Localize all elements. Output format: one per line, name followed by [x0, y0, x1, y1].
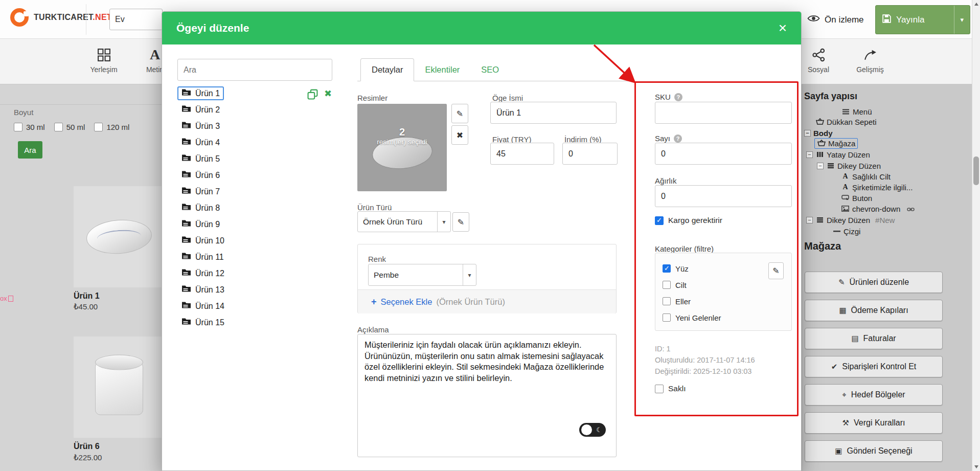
product-name[interactable]: Ürün 6: [74, 442, 100, 451]
canvas-search-button[interactable]: Ara: [18, 141, 42, 159]
checkbox-icon: [94, 123, 103, 131]
remove-icon[interactable]: ✖: [324, 88, 332, 99]
publish-button[interactable]: Yayınla ▾: [875, 5, 970, 34]
product-list-item[interactable]: Ürün 6: [177, 168, 224, 182]
tab-eklentiler[interactable]: Eklentiler: [414, 58, 470, 81]
product-list-item[interactable]: Ürün 12: [177, 266, 229, 280]
tree-item-sirketimizle[interactable]: A Şirketimizle ilgili...: [841, 182, 913, 192]
store-action-button[interactable]: ⌖ Hedef Bölgeler: [805, 384, 943, 406]
category-checkbox[interactable]: Cilt: [663, 279, 791, 291]
store-action-label: Faturalar: [863, 334, 896, 343]
checkbox-icon: [655, 385, 664, 393]
publish-dropdown-caret[interactable]: ▾: [954, 6, 964, 34]
store-action-button[interactable]: ✎ Ürünleri düzenle: [805, 272, 943, 293]
collapse-icon[interactable]: −: [804, 130, 811, 137]
preview-button[interactable]: Ön izleme: [807, 14, 864, 25]
edit-type-button[interactable]: ✎: [452, 212, 469, 232]
tab-detaylar[interactable]: Detaylar: [360, 58, 414, 81]
publish-label: Yayınla: [896, 15, 924, 25]
scrollbar-thumb[interactable]: [973, 156, 979, 185]
dark-mode-toggle[interactable]: ☾: [579, 423, 606, 437]
product-list-item[interactable]: Ürün 10: [177, 234, 229, 248]
folder-icon: [181, 285, 191, 295]
product-list-item[interactable]: Ürün 1: [177, 86, 224, 100]
tree-item-magaza[interactable]: Mağaza: [814, 138, 858, 148]
folder-icon: [181, 203, 191, 213]
product-image[interactable]: [74, 186, 165, 287]
weight-input[interactable]: [655, 185, 792, 207]
store-action-button[interactable]: ▦ Ödeme Kapıları: [805, 300, 943, 321]
color-select[interactable]: Pembe ▾: [368, 264, 476, 286]
tool-advanced[interactable]: Gelişmiş: [848, 46, 892, 74]
clear-images-button[interactable]: ✖: [451, 125, 468, 145]
product-list-item[interactable]: Ürün 15: [177, 316, 229, 329]
shipping-checkbox[interactable]: Kargo gerektirir: [655, 216, 722, 225]
modal-search-input[interactable]: [177, 59, 332, 81]
tree-item-dukkan-sepeti[interactable]: Dükkan Sepeti: [815, 117, 877, 127]
scroll-down-icon[interactable]: [974, 465, 978, 468]
duplicate-icon[interactable]: [307, 89, 318, 102]
pencil-icon: ✎: [772, 266, 779, 276]
item-name-input[interactable]: [490, 102, 617, 124]
help-icon[interactable]: ?: [674, 134, 682, 143]
category-checkbox[interactable]: Eller: [663, 295, 791, 307]
store-action-button[interactable]: ▣ Gönderi Seçeneği: [805, 440, 943, 462]
product-list-item[interactable]: Ürün 14: [177, 299, 229, 313]
product-list-item[interactable]: Ürün 5: [177, 152, 224, 166]
edit-images-button[interactable]: ✎: [451, 104, 468, 123]
edit-categories-button[interactable]: ✎: [768, 262, 784, 279]
tree-item-body[interactable]: − Body: [804, 128, 833, 138]
add-option-link[interactable]: Seçenek Ekle: [381, 297, 432, 307]
collapse-icon[interactable]: −: [806, 217, 813, 223]
product-image[interactable]: [74, 337, 165, 438]
product-list-item[interactable]: Ürün 9: [177, 217, 224, 231]
product-list-item[interactable]: Ürün 13: [177, 283, 229, 297]
page-name-input[interactable]: [109, 9, 163, 30]
product-list-item[interactable]: Ürün 2: [177, 103, 224, 117]
page-scrollbar[interactable]: [972, 0, 980, 471]
size-checkbox[interactable]: 50 ml: [54, 123, 85, 131]
tree-item-buton[interactable]: Buton: [841, 193, 872, 203]
product-type-select[interactable]: Örnek Ürün Türü ▾: [357, 211, 451, 232]
scroll-up-icon[interactable]: [974, 3, 978, 6]
product-list-item[interactable]: Ürün 4: [177, 136, 224, 149]
collapse-icon[interactable]: −: [817, 163, 824, 169]
image-thumbnail[interactable]: 2 resim(ler) seçildi: [357, 104, 447, 191]
sku-input[interactable]: [655, 102, 792, 124]
tree-item-yatay-duzen[interactable]: − Yatay Düzen: [806, 149, 870, 160]
product-list-item[interactable]: Ürün 11: [177, 250, 228, 264]
description-textarea[interactable]: [357, 334, 617, 457]
tree-item-dikey-duzen-new[interactable]: − Dikey Düzen #New: [806, 215, 895, 225]
collapse-icon[interactable]: −: [806, 151, 813, 158]
product-list-item[interactable]: Ürün 7: [177, 185, 224, 198]
tree-item-chevron-down[interactable]: chevron-down: [841, 204, 915, 214]
chevron-down-icon: ▾: [463, 264, 476, 285]
image-count: 2: [357, 126, 447, 138]
product-name[interactable]: Ürün 1: [74, 291, 100, 301]
size-checkbox[interactable]: 120 ml: [94, 123, 129, 131]
help-icon[interactable]: ?: [674, 93, 682, 101]
tree-item-menu[interactable]: Menü: [841, 106, 872, 117]
chevron-down-icon: ▾: [437, 212, 450, 232]
product-list-item[interactable]: Ürün 8: [177, 201, 224, 215]
store-action-button[interactable]: ✔ Siparişleri Kontrol Et: [805, 356, 943, 377]
brand-logo[interactable]: TURKTICARET.NET: [10, 8, 112, 27]
tree-label: Buton: [852, 194, 872, 203]
close-icon[interactable]: ×: [779, 21, 787, 35]
store-action-button[interactable]: ▤ Faturalar: [805, 328, 943, 349]
size-checkbox[interactable]: 30 ml: [14, 123, 45, 131]
tree-item-cizgi[interactable]: Çizgi: [832, 226, 860, 236]
price-input[interactable]: [490, 143, 554, 165]
tree-label: Mağaza: [828, 139, 855, 148]
product-list-item[interactable]: Ürün 3: [177, 119, 224, 133]
tree-item-saglikli-cilt[interactable]: A Sağlıklı Cilt: [841, 171, 891, 182]
store-action-button[interactable]: ⚒ Vergi Kuralları: [805, 412, 943, 434]
tool-social[interactable]: Sosyal: [798, 46, 839, 74]
tab-seo[interactable]: SEO: [470, 58, 510, 81]
category-checkbox[interactable]: Yeni Gelenler: [663, 311, 791, 324]
count-input[interactable]: [655, 143, 792, 165]
hidden-checkbox[interactable]: Saklı: [655, 384, 686, 393]
tool-layout[interactable]: Yerleşim: [82, 46, 126, 74]
tree-item-dikey-duzen[interactable]: − Dikey Düzen: [817, 161, 881, 171]
discount-input[interactable]: [562, 143, 618, 165]
